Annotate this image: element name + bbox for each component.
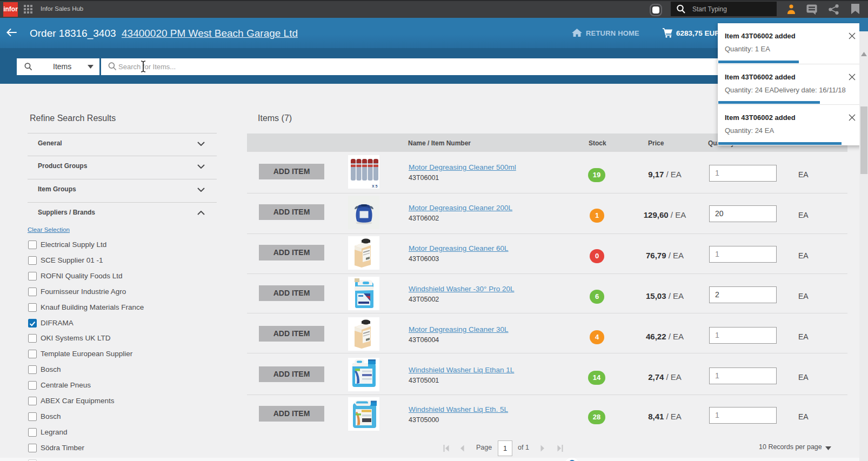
svg-text:X 5: X 5 bbox=[372, 184, 378, 188]
